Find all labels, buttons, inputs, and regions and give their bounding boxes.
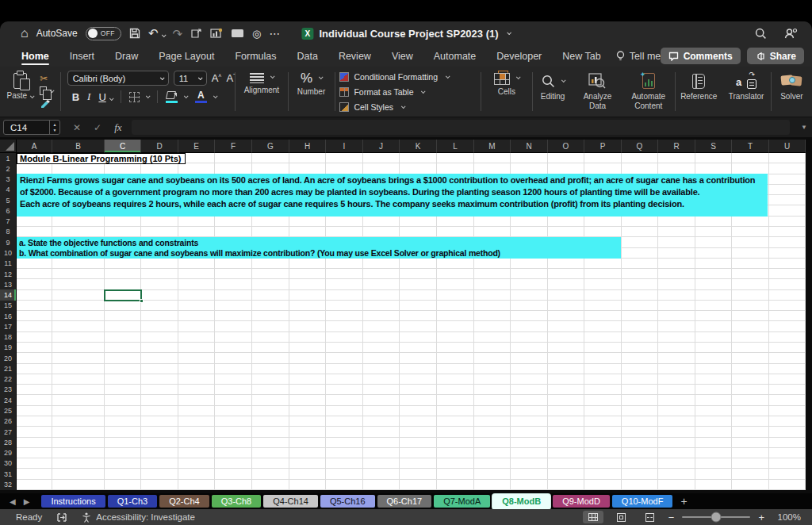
name-box-spinner[interactable]: ▲▼ xyxy=(49,121,59,134)
ribbon-tab-automate[interactable]: Automate xyxy=(423,47,487,66)
number-group[interactable]: % Number xyxy=(288,67,334,117)
sheet-tab-q7-moda[interactable]: Q7-ModA xyxy=(434,495,490,508)
row-header-25[interactable]: 25 xyxy=(0,405,17,416)
format-painter-icon[interactable] xyxy=(40,98,51,109)
row-header-4[interactable]: 4 xyxy=(0,185,17,195)
row-header-9[interactable]: 9 xyxy=(0,237,17,247)
row-header-2[interactable]: 2 xyxy=(0,163,17,174)
row-header-14[interactable]: 14 xyxy=(0,289,17,300)
select-all-corner[interactable] xyxy=(0,140,17,153)
ribbon-tab-data[interactable]: Data xyxy=(286,47,327,66)
row-header-10[interactable]: 10 xyxy=(0,247,17,258)
ribbon-tab-review[interactable]: Review xyxy=(328,47,381,66)
bold-button[interactable]: B xyxy=(72,91,79,103)
normal-view-button[interactable] xyxy=(583,511,603,523)
share-button[interactable]: Share xyxy=(747,48,804,64)
row-header-28[interactable]: 28 xyxy=(0,437,17,447)
sheet-tab-q10-modf[interactable]: Q10-ModF xyxy=(612,495,673,508)
row-header-27[interactable]: 27 xyxy=(0,427,17,437)
row-header-22[interactable]: 22 xyxy=(0,374,17,385)
ribbon-tab-draw[interactable]: Draw xyxy=(105,47,148,66)
insert-function-icon[interactable]: fx xyxy=(114,121,121,134)
ribbon-tab-new-tab[interactable]: New Tab xyxy=(552,47,611,66)
ribbon-tab-developer[interactable]: Developer xyxy=(486,47,552,66)
zoom-in-button[interactable]: + xyxy=(758,512,764,523)
conditional-formatting-button[interactable]: Conditional Formatting xyxy=(339,71,449,83)
column-header-s[interactable]: S xyxy=(695,140,732,153)
column-header-k[interactable]: K xyxy=(400,140,437,153)
automate-content-button[interactable]: ✦ Automate Content xyxy=(622,67,675,117)
search-icon[interactable] xyxy=(755,28,767,40)
column-header-p[interactable]: P xyxy=(584,140,622,153)
column-header-c[interactable]: C xyxy=(105,140,141,153)
chart-tool-icon[interactable] xyxy=(210,28,223,39)
paste-button[interactable]: Paste xyxy=(7,73,34,101)
translator-button[interactable]: a ↷ Translator xyxy=(722,67,771,117)
font-name-select[interactable]: Calibri (Body) xyxy=(67,71,169,86)
underline-button[interactable]: U xyxy=(98,91,112,103)
sheet-tab-q4-ch14[interactable]: Q4-Ch14 xyxy=(263,495,318,508)
column-header-b[interactable]: B xyxy=(52,140,105,153)
questions-block[interactable]: a. State the objective functions and con… xyxy=(17,237,621,259)
row-header-16[interactable]: 16 xyxy=(0,311,17,321)
record-icon[interactable]: ◎ xyxy=(252,29,261,39)
column-header-o[interactable]: O xyxy=(548,140,584,153)
row-header-5[interactable]: 5 xyxy=(0,195,17,205)
column-header-e[interactable]: E xyxy=(178,140,215,153)
page-break-view-button[interactable] xyxy=(640,511,661,523)
grow-font-button[interactable]: A˄ xyxy=(212,72,222,84)
row-header-29[interactable]: 29 xyxy=(0,447,17,458)
autosave-toggle[interactable]: OFF xyxy=(86,27,121,40)
share-sheet-icon[interactable] xyxy=(190,28,202,39)
zoom-slider[interactable] xyxy=(682,516,750,519)
copy-button[interactable] xyxy=(40,86,53,95)
save-icon[interactable] xyxy=(129,28,140,39)
column-header-f[interactable]: F xyxy=(215,140,252,153)
cut-icon[interactable]: ✂ xyxy=(40,74,53,83)
row-header-26[interactable]: 26 xyxy=(0,416,17,427)
column-header-a[interactable]: A xyxy=(17,140,52,153)
add-sheet-button[interactable]: + xyxy=(680,495,687,508)
row-header-20[interactable]: 20 xyxy=(0,353,17,363)
row-header-32[interactable]: 32 xyxy=(0,479,17,489)
problem-statement-block[interactable]: Rienzi Farms grows sugar cane and soybea… xyxy=(17,174,768,217)
ribbon-tab-page-layout[interactable]: Page Layout xyxy=(148,47,224,66)
ribbon-tab-formulas[interactable]: Formulas xyxy=(224,47,286,66)
alignment-group[interactable]: Alignment xyxy=(236,67,287,117)
font-color-button[interactable]: A xyxy=(195,91,216,103)
column-header-u[interactable]: U xyxy=(769,140,806,153)
shrink-font-button[interactable]: Aˇ xyxy=(226,72,235,84)
sheet-grid[interactable]: Module B-Linear Programming (10 Pts)Rien… xyxy=(17,153,806,490)
ribbon-tab-home[interactable]: Home xyxy=(11,47,59,66)
zoom-slider-thumb[interactable] xyxy=(711,512,722,523)
presence-icon[interactable] xyxy=(784,28,798,39)
sheet-tab-q2-ch4[interactable]: Q2-Ch4 xyxy=(159,495,209,508)
column-header-t[interactable]: T xyxy=(732,140,769,153)
column-header-h[interactable]: H xyxy=(289,140,326,153)
solver-button[interactable]: Solver xyxy=(772,67,812,117)
undo-icon[interactable]: ↶ xyxy=(148,26,159,40)
format-as-table-button[interactable]: Format as Table xyxy=(339,86,424,98)
comments-button[interactable]: Comments xyxy=(661,48,741,64)
ribbon-tab-view[interactable]: View xyxy=(381,47,423,66)
column-header-i[interactable]: I xyxy=(326,140,363,153)
fill-color-button[interactable] xyxy=(166,91,187,103)
enter-icon[interactable]: ✓ xyxy=(94,122,102,133)
sheet-tab-q9-modd[interactable]: Q9-ModD xyxy=(553,495,610,508)
font-size-select[interactable]: 11 xyxy=(174,71,207,86)
row-header-8[interactable]: 8 xyxy=(0,227,17,237)
row-header-3[interactable]: 3 xyxy=(0,174,17,185)
zoom-out-button[interactable]: − xyxy=(668,512,675,523)
redo-icon[interactable]: ↷ xyxy=(173,28,183,40)
row-header-19[interactable]: 19 xyxy=(0,343,17,353)
analyze-data-button[interactable]: Analyze Data xyxy=(573,67,622,117)
row-header-6[interactable]: 6 xyxy=(0,205,17,216)
sheet-tab-q1-ch3[interactable]: Q1-Ch3 xyxy=(108,495,158,508)
row-header-23[interactable]: 23 xyxy=(0,385,17,395)
sheet-scroll-right-icon[interactable]: ▶ xyxy=(24,497,30,506)
row-header-1[interactable]: 1 xyxy=(0,153,17,163)
column-header-n[interactable]: N xyxy=(511,140,548,153)
ribbon-tab-insert[interactable]: Insert xyxy=(59,47,105,66)
row-header-15[interactable]: 15 xyxy=(0,301,17,311)
formula-bar-collapse-icon[interactable]: ▼ xyxy=(801,124,807,131)
